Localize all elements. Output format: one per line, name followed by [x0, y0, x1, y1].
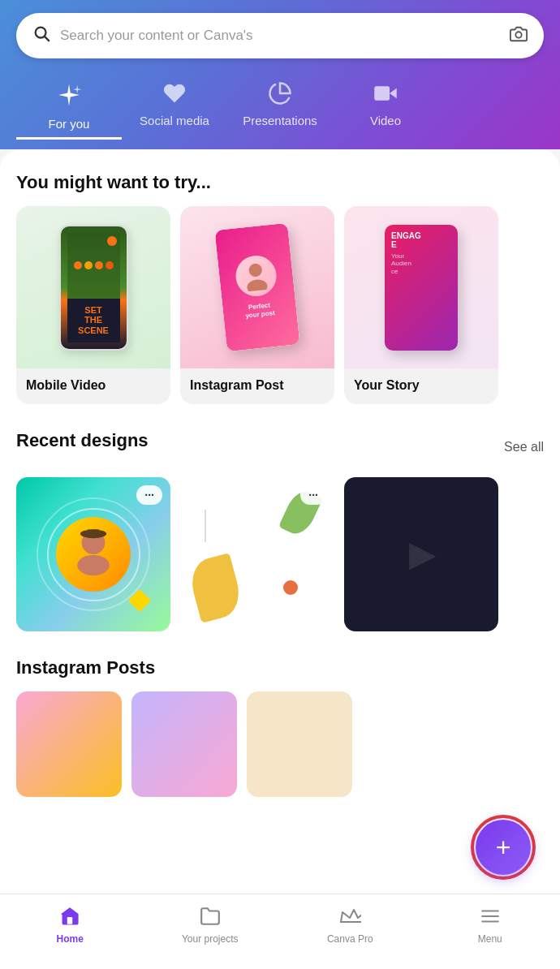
nav-item-home[interactable]: Home — [0, 901, 140, 950]
svg-line-1 — [45, 37, 49, 41]
main-content: You might want to try... — [0, 149, 560, 894]
tab-video-label: Video — [370, 114, 401, 127]
try-card-your-story[interactable]: ENGAGE YourAudience Your Story — [344, 206, 498, 404]
nav-label-canva-pro: Canva Pro — [327, 933, 373, 945]
search-bar[interactable]: Search your content or Canva's — [16, 13, 544, 58]
instagram-posts-section: Instagram Posts — [16, 657, 544, 797]
try-section: You might want to try... — [16, 172, 544, 404]
design-cards-list: ··· ··· — [16, 477, 544, 631]
svg-marker-3 — [390, 88, 397, 99]
ig-post-card-1[interactable] — [16, 691, 122, 797]
video-icon — [373, 81, 398, 109]
try-card-instagram-post[interactable]: Perfectyour post Instagram Post — [180, 206, 334, 404]
svg-point-6 — [247, 279, 269, 292]
menu-icon — [480, 906, 501, 930]
sparkle-icon — [55, 81, 83, 112]
plus-icon: + — [496, 834, 511, 860]
pie-chart-icon — [268, 81, 292, 109]
instagram-post-cards-list — [16, 691, 544, 797]
your-story-label: Your Story — [344, 368, 498, 404]
category-tabs: For you Social media Presentations — [16, 78, 544, 149]
bottom-nav: Home Your projects Canva Pro Menu — [0, 894, 560, 969]
tab-presentations-label: Presentations — [243, 114, 317, 127]
nav-item-menu[interactable]: Menu — [420, 901, 561, 950]
design-card-1[interactable]: ··· — [16, 477, 170, 631]
mobile-video-label: Mobile Video — [16, 368, 170, 404]
tab-for-you-label: For you — [49, 117, 90, 131]
ig-post-card-2[interactable] — [131, 691, 237, 797]
try-cards-list: SETTHESCENE Mobile Video — [16, 206, 544, 404]
nav-label-menu: Menu — [478, 933, 502, 945]
recent-designs-section: Recent designs See all — [16, 430, 544, 631]
tab-presentations[interactable]: Presentations — [227, 78, 333, 140]
instagram-post-label: Instagram Post — [180, 368, 334, 404]
svg-rect-4 — [374, 86, 390, 101]
svg-rect-11 — [67, 917, 73, 924]
nav-label-your-projects: Your projects — [182, 933, 239, 945]
home-icon — [59, 906, 80, 930]
nav-label-home: Home — [57, 933, 84, 945]
tab-social-media[interactable]: Social media — [122, 78, 227, 140]
tab-social-media-label: Social media — [140, 114, 209, 127]
tab-video[interactable]: Video — [333, 78, 438, 140]
design-card-3[interactable]: ▶ — [344, 477, 498, 631]
search-icon — [32, 24, 50, 47]
nav-item-your-projects[interactable]: Your projects — [140, 901, 281, 950]
instagram-posts-title: Instagram Posts — [16, 657, 544, 678]
tab-for-you[interactable]: For you — [16, 78, 122, 140]
search-placeholder-text: Search your content or Canva's — [60, 28, 500, 44]
folder-icon — [200, 906, 221, 930]
fab-ring: + — [471, 815, 536, 880]
recent-designs-header: Recent designs See all — [16, 430, 544, 464]
header: Search your content or Canva's For you — [0, 0, 560, 149]
fab-container: + — [471, 815, 536, 880]
svg-point-2 — [515, 32, 521, 37]
see-all-button[interactable]: See all — [504, 440, 544, 454]
create-new-button[interactable]: + — [476, 820, 531, 875]
heart-icon — [162, 81, 187, 109]
design-card-2[interactable]: ··· — [180, 477, 334, 631]
try-card-mobile-video[interactable]: SETTHESCENE Mobile Video — [16, 206, 170, 404]
nav-item-canva-pro[interactable]: Canva Pro — [280, 901, 420, 950]
ig-post-card-3[interactable] — [247, 691, 352, 797]
svg-point-5 — [248, 263, 263, 278]
try-section-title: You might want to try... — [16, 172, 544, 193]
recent-designs-title: Recent designs — [16, 430, 149, 451]
camera-icon[interactable] — [510, 25, 528, 47]
design-card-2-more[interactable]: ··· — [300, 485, 326, 505]
crown-icon — [338, 906, 361, 930]
design-card-1-more[interactable]: ··· — [136, 485, 162, 505]
